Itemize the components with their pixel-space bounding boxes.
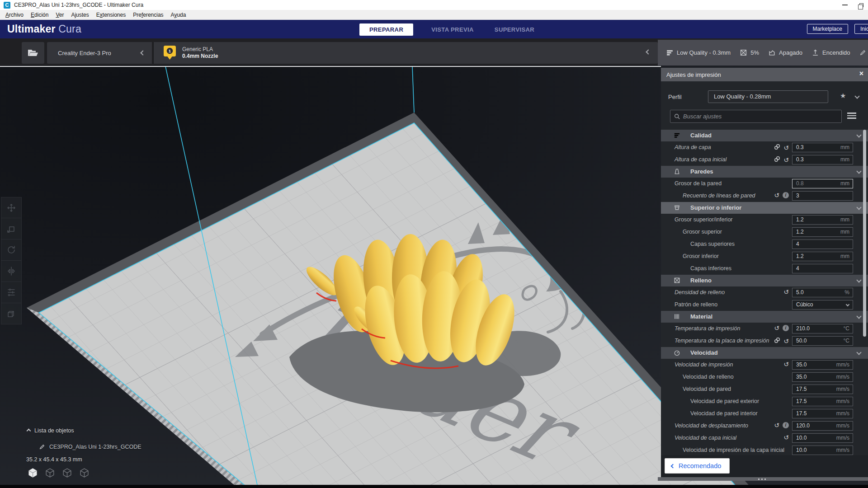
setting-dropdown[interactable]: Cúbico [792,300,853,310]
quality-icon [674,132,680,139]
menu-ajustes[interactable]: Ajustes [67,10,92,20]
info-icon[interactable]: i [783,422,789,428]
setting-unit: mm/s [836,422,849,430]
revert-icon[interactable]: ↺ [774,192,779,198]
setting-unit: mm/s [836,434,849,442]
revert-icon[interactable]: ↺ [783,361,789,367]
minimize-icon[interactable] [842,5,848,5]
setting-value-input[interactable]: 4 [792,264,853,273]
setting-value-input[interactable]: 10.0mm/s [792,446,853,455]
xray-view-icon[interactable] [44,467,56,479]
setting-value-input[interactable]: 210.0°C [792,324,853,333]
section-calidad[interactable]: Calidad [661,130,868,141]
object-list-toggle[interactable]: Lista de objetos [27,427,74,434]
setting-value-input[interactable]: 35.0mm/s [792,372,853,382]
open-file-button[interactable] [22,42,44,64]
panel-scrollbar[interactable] [863,130,866,337]
setting-value-input[interactable]: 35.0mm/s [792,360,853,370]
setting-value-input[interactable]: 10.0mm/s [792,433,853,443]
setting-unit: mm/s [836,373,849,381]
info-icon[interactable]: i [783,192,789,198]
revert-icon[interactable]: ↺ [783,289,789,295]
setting-value-input[interactable]: 1.2mm [792,252,853,261]
scale-tool-button[interactable] [1,218,22,239]
section-paredes[interactable]: Paredes [661,166,868,178]
revert-icon[interactable]: ↺ [783,145,789,151]
app-header: Ultimaker Cura PREPARARVISTA PREVIASUPER… [0,20,868,38]
printer-name: Creality Ender-3 Pro [58,50,111,56]
setting-value-input[interactable]: 4 [792,239,853,249]
star-icon[interactable]: ★ [840,92,846,100]
revert-icon[interactable]: ↺ [783,434,789,441]
setting-value-input[interactable]: 120.0mm/s [792,421,853,431]
section-superior-o-inferior[interactable]: Superior o inferior [661,202,868,214]
setting-row: Grosor superior1.2mm [661,226,868,238]
search-icon [674,113,680,120]
chevron-down-icon[interactable] [854,94,859,99]
tab-preparar[interactable]: PREPARAR [359,23,413,36]
setting-value-input[interactable]: 0.8mm [792,179,853,188]
menu-edición[interactable]: Edición [27,10,52,20]
object-list-item[interactable]: CE3PRO_Alas Uni 1-23hrs_GCODE [39,444,142,450]
setting-label: Velocidad de pared [683,386,731,392]
setting-value-input[interactable]: 1.2mm [792,227,853,237]
setting-value-input[interactable]: 17.5mm/s [792,397,853,406]
solid-view-icon[interactable] [27,467,38,479]
per-model-settings-tool-button[interactable] [1,282,22,303]
print-settings-summary[interactable]: Low Quality - 0.3mm5%ApagadoEncendido [658,40,868,66]
recommended-mode-button[interactable]: Recomendado [665,458,730,474]
title-bar: C CE3PRO_Alas Uni 1-23hrs_GCODE - Ultima… [0,0,868,10]
revert-icon[interactable]: ↺ [783,157,789,163]
setting-value-input[interactable]: 50.0°C [792,336,853,346]
nozzle-size: 0.4mm Nozzle [182,53,218,60]
setting-value-input[interactable]: 1.2mm [792,215,853,225]
revert-icon[interactable]: ↺ [783,338,789,344]
setting-value-input[interactable]: 17.5mm/s [792,409,853,418]
support-blocker-tool-button[interactable] [1,303,22,324]
search-box[interactable] [670,110,842,123]
section-material[interactable]: Material [661,311,868,323]
preview-view-icon[interactable] [79,467,90,479]
info-icon[interactable]: i [783,325,789,331]
section-velocidad[interactable]: Velocidad [661,347,868,359]
pencil-icon[interactable] [859,49,866,56]
menu-extensiones[interactable]: Extensiones [93,10,129,20]
profile-dropdown[interactable]: Low Quality - 0.28mm [708,90,828,103]
setting-value-input[interactable]: 3 [792,191,853,201]
setting-value-input[interactable]: 0.3mm [792,143,853,152]
revert-icon[interactable]: ↺ [774,325,779,331]
move-tool-button[interactable] [1,197,22,218]
panel-resize-handle[interactable] [658,477,868,481]
summary-item: Encendido [811,49,850,56]
section-relleno[interactable]: Relleno [661,275,868,286]
settings-menu-icon[interactable] [847,113,856,120]
revert-icon[interactable]: ↺ [774,422,779,428]
menu-ver[interactable]: Ver [52,10,67,20]
menu-preferencias[interactable]: Preferencias [129,10,167,20]
printer-selector[interactable]: Creality Ender-3 Pro [47,42,152,64]
close-icon[interactable]: × [859,70,863,78]
setting-row: Altura de capa↺0.3mm [661,141,868,154]
summary-label: 5% [750,49,759,56]
link-icon [774,156,780,164]
setting-value-input[interactable]: 0.3mm [792,155,853,164]
setting-value-input[interactable]: 17.5mm/s [792,385,853,394]
mirror-tool-button[interactable] [1,261,22,282]
tab-supervisar[interactable]: SUPERVISAR [492,23,537,36]
chevron-down-icon [856,205,861,210]
layer-view-icon[interactable] [61,467,73,479]
signin-button[interactable]: Iniciar [854,24,868,34]
search-input[interactable] [683,113,841,120]
setting-value-input[interactable]: 5.0% [792,288,853,297]
tab-vista-previa[interactable]: VISTA PREVIA [429,23,476,36]
menu-archivo[interactable]: Archivo [2,10,27,20]
material-selector[interactable]: 1 Generic PLA 0.4mm Nozzle [153,42,658,64]
restore-icon[interactable] [859,3,863,7]
rotate-tool-button[interactable] [1,239,22,261]
setting-label: Velocidad de capa inicial [675,435,736,441]
marketplace-button[interactable]: Marketplace [807,24,848,34]
menu-ayuda[interactable]: Ayuda [167,10,190,20]
brand-light: Cura [58,23,81,35]
model-dimensions: 35.2 x 45.4 x 45.3 mm [26,456,82,463]
build-volume-edge-back [412,66,414,113]
